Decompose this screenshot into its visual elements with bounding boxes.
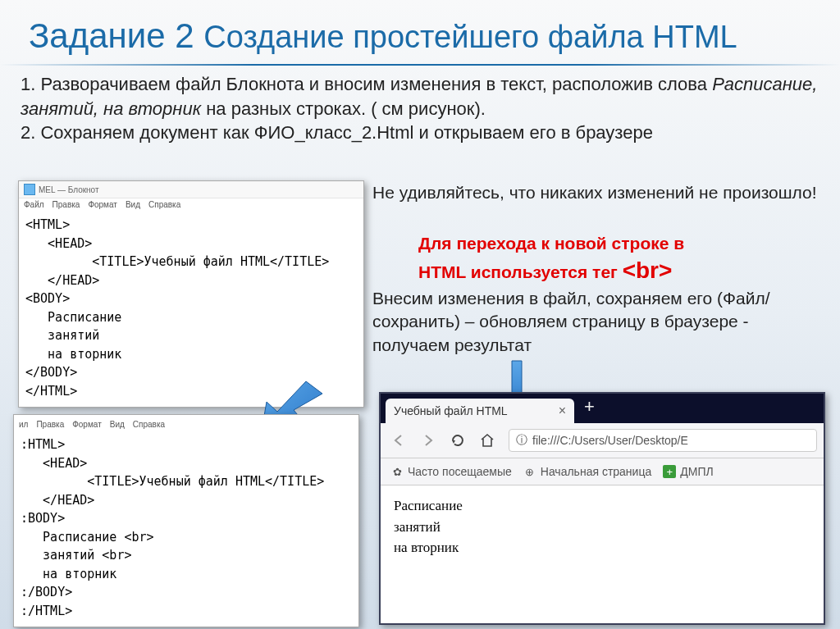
page-title: Задание 2 Создание простейшего файла HTM… (0, 0, 840, 60)
bookmark-frequent[interactable]: ✿ Часто посещаемые (390, 465, 512, 478)
home-icon[interactable] (479, 432, 495, 449)
close-icon[interactable]: × (559, 403, 566, 418)
notepad-code-2: :HTML> <HEAD> <TITLE>Учебный файл HTML</… (14, 432, 358, 627)
browser-tab[interactable]: Учебный файл HTML × (386, 399, 574, 423)
br-note: Для перехода к новой строке в HTML испол… (418, 232, 829, 286)
notepad-icon (24, 184, 35, 195)
browser-content: Расписание занятий на вторник (381, 485, 824, 568)
plus-icon: + (663, 465, 676, 478)
gear-icon: ✿ (390, 465, 404, 478)
instructions: 1. Разворачиваем файл Блокнота и вносим … (0, 72, 840, 145)
globe-icon: ⊕ (523, 465, 536, 478)
notepad-titlebar: MEL — Блокнот (19, 181, 363, 198)
notepad-menu: Файл Правка Формат Вид Справка (19, 198, 363, 212)
notepad-menu-2: ил Правка Формат Вид Справка (14, 415, 358, 432)
back-icon[interactable] (390, 432, 407, 449)
bookmarks-bar: ✿ Часто посещаемые ⊕ Начальная страница … (381, 458, 824, 485)
new-tab-button[interactable]: + (574, 396, 605, 421)
notepad-panel-2: ил Правка Формат Вид Справка :HTML> <HEA… (13, 414, 359, 627)
browser-toolbar: ⓘ file:///C:/Users/User/Desktop/E (381, 423, 824, 458)
bookmark-dmpl[interactable]: + ДМПЛ (663, 465, 713, 478)
forward-icon[interactable] (420, 432, 436, 449)
reload-icon[interactable] (450, 432, 466, 449)
note-save: Внесим изменения в файл, сохраняем его (… (372, 287, 828, 357)
svg-marker-2 (452, 440, 455, 444)
notepad-panel-1: MEL — Блокнот Файл Правка Формат Вид Спр… (18, 180, 364, 408)
browser-tabstrip: Учебный файл HTML × + (381, 394, 824, 423)
title-divider (0, 64, 840, 66)
info-icon: ⓘ (516, 433, 527, 448)
browser-window: Учебный файл HTML × + ⓘ file:///C:/Users… (379, 392, 825, 625)
bookmark-home[interactable]: ⊕ Начальная страница (523, 465, 651, 478)
note-no-change: Не удивляйтесь, что никаких изменений не… (372, 181, 828, 204)
url-bar[interactable]: ⓘ file:///C:/Users/User/Desktop/E (509, 429, 817, 452)
